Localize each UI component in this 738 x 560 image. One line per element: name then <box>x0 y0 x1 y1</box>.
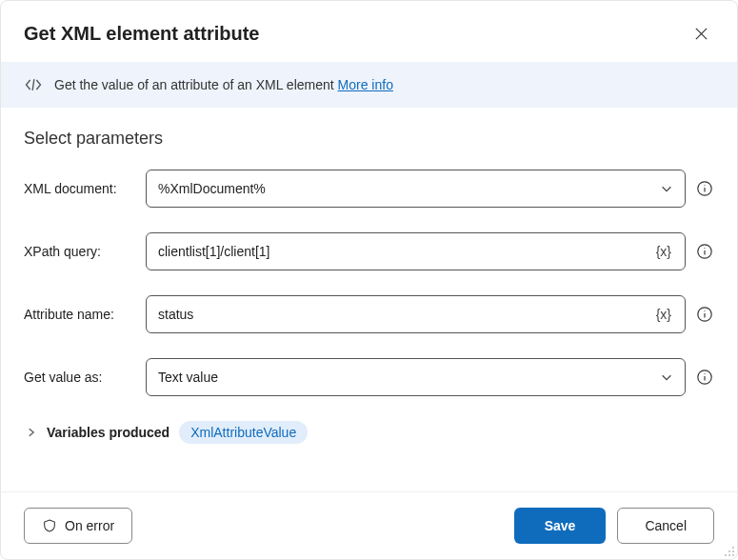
svg-point-3 <box>704 248 705 249</box>
chevron-down-icon[interactable] <box>658 370 675 384</box>
dialog-content: Select parameters XML document: %XmlDocu… <box>1 108 737 491</box>
dialog-header: Get XML element attribute <box>1 1 737 62</box>
info-icon[interactable] <box>695 242 714 261</box>
svg-point-1 <box>704 185 705 186</box>
row-get-value-as: Get value as: Text value <box>24 358 714 396</box>
xml-document-value: %XmlDocument% <box>158 181 658 196</box>
svg-point-12 <box>728 554 730 556</box>
row-xpath-query: XPath query: {x} <box>24 232 714 270</box>
attribute-name-input[interactable] <box>158 307 652 322</box>
info-icon[interactable] <box>695 179 714 198</box>
attribute-name-field[interactable]: {x} <box>146 295 686 333</box>
info-icon[interactable] <box>695 305 714 324</box>
info-banner: Get the value of an attribute of an XML … <box>1 62 737 108</box>
variable-picker-icon[interactable]: {x} <box>652 244 675 259</box>
on-error-button[interactable]: On error <box>24 508 132 544</box>
get-value-as-value: Text value <box>158 370 658 385</box>
svg-point-10 <box>732 550 734 552</box>
variables-produced-label: Variables produced <box>47 425 170 440</box>
svg-point-13 <box>732 554 734 556</box>
row-attribute-name: Attribute name: {x} <box>24 295 714 333</box>
info-icon[interactable] <box>695 368 714 387</box>
on-error-label: On error <box>65 518 114 533</box>
dialog: Get XML element attribute Get the value … <box>0 0 738 560</box>
xpath-query-field[interactable]: {x} <box>146 232 686 270</box>
section-title: Select parameters <box>24 129 714 149</box>
row-xml-document: XML document: %XmlDocument% <box>24 170 714 208</box>
cancel-button[interactable]: Cancel <box>617 508 714 544</box>
get-value-as-select[interactable]: Text value <box>146 358 686 396</box>
xpath-query-input[interactable] <box>158 244 652 259</box>
svg-point-5 <box>704 310 705 311</box>
svg-point-11 <box>725 554 727 556</box>
code-icon <box>24 75 43 94</box>
save-button[interactable]: Save <box>514 508 607 544</box>
chevron-right-icon[interactable] <box>26 427 37 438</box>
resize-grip[interactable] <box>722 544 735 557</box>
close-icon <box>694 27 708 41</box>
variables-produced-row: Variables produced XmlAttributeValue <box>24 421 714 444</box>
dialog-footer: On error Save Cancel <box>1 491 737 559</box>
banner-description: Get the value of an attribute of an XML … <box>54 77 338 92</box>
svg-point-9 <box>728 550 730 552</box>
xml-document-select[interactable]: %XmlDocument% <box>146 170 686 208</box>
label-xml-document: XML document: <box>24 181 138 196</box>
banner-text: Get the value of an attribute of an XML … <box>54 77 393 92</box>
shield-icon <box>42 518 57 533</box>
label-attribute-name: Attribute name: <box>24 307 138 322</box>
label-get-value-as: Get value as: <box>24 370 138 385</box>
label-xpath-query: XPath query: <box>24 244 138 259</box>
variable-picker-icon[interactable]: {x} <box>652 307 675 322</box>
variable-pill[interactable]: XmlAttributeValue <box>179 421 308 444</box>
chevron-down-icon[interactable] <box>658 182 675 195</box>
svg-point-8 <box>732 547 734 549</box>
svg-point-7 <box>704 373 705 374</box>
more-info-link[interactable]: More info <box>338 77 393 92</box>
close-button[interactable] <box>688 20 714 47</box>
dialog-title: Get XML element attribute <box>24 23 259 45</box>
